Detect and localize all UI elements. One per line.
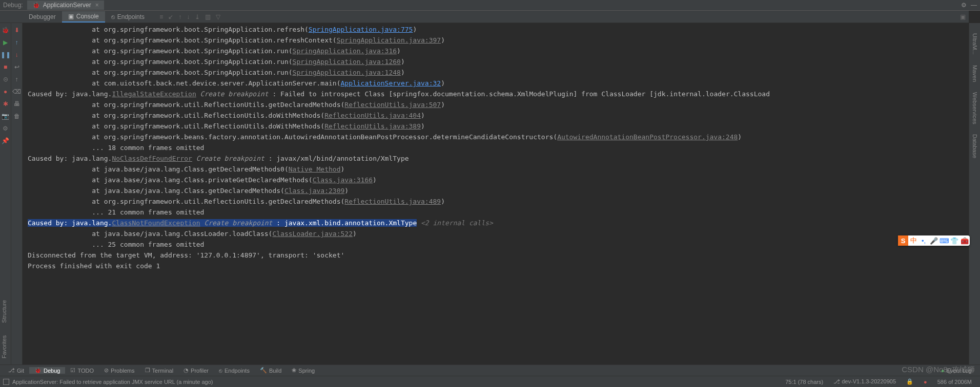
console-icon: ▣	[68, 13, 74, 20]
up2-icon[interactable]: ↑	[15, 76, 18, 83]
stack-link[interactable]: AutowiredAnnotationBeanPostProcessor.jav…	[557, 133, 738, 141]
ime-voice-icon[interactable]: 🎤	[929, 235, 939, 246]
tool-maven[interactable]: Maven	[972, 65, 978, 82]
tool-ultra[interactable]: UltraM...	[972, 33, 978, 55]
console-toolbar: ≡ ↙ ↑ ↓ ⤓ ▥ ▽	[157, 13, 223, 20]
memory-indicator[interactable]: 586 of 2006M	[937, 379, 972, 385]
create-breakpoint-link[interactable]: Create breakpoint	[192, 155, 269, 162]
stack-link[interactable]: ReflectionUtils.java:489	[344, 198, 441, 205]
pin-icon[interactable]: 📌	[2, 137, 9, 144]
console-line: at java.base/java.lang.Class.getDeclared…	[28, 164, 969, 175]
export-icon[interactable]: ⤓	[195, 13, 200, 20]
resume-icon[interactable]: ▶	[3, 39, 8, 46]
ime-skin-icon[interactable]: 👕	[949, 235, 959, 246]
git-icon: ⎇	[8, 367, 15, 374]
console-line: Caused by: java.lang.NoClassDefFoundErro…	[28, 153, 969, 164]
console-line: at org.springframework.util.ReflectionUt…	[28, 110, 969, 121]
sogou-logo-icon[interactable]: S	[898, 235, 908, 246]
tab-endpoints[interactable]: ⎋Endpoints	[105, 12, 151, 22]
exception-bp-icon[interactable]: ✱	[3, 100, 8, 107]
create-breakpoint-link[interactable]: Create breakpoint	[200, 219, 277, 227]
show-details-icon[interactable]: ▣	[960, 13, 966, 20]
arrow-up-icon[interactable]: ↑	[178, 13, 181, 20]
stack-link[interactable]: Native Method	[289, 165, 341, 173]
pause-icon[interactable]: ❚❚	[1, 51, 11, 58]
arrow-down-icon[interactable]: ↓	[187, 13, 190, 20]
ime-toolbar[interactable]: S 中 •, 🎤 ⌨ 👕 🧰	[898, 235, 970, 246]
bug-icon: 🐞	[34, 367, 42, 374]
indicator-icon[interactable]: ●	[924, 379, 927, 385]
debug-config-tab[interactable]: 🐞 ApplicationServer ×	[27, 1, 104, 10]
trash-icon[interactable]: 🗑	[14, 113, 20, 120]
tool-todo[interactable]: ☑TODO	[65, 367, 99, 374]
ime-keyboard-icon[interactable]: ⌨	[939, 235, 949, 246]
tool-problems[interactable]: ⊘Problems	[99, 367, 139, 374]
tab-console[interactable]: ▣Console	[62, 11, 105, 23]
tool-debug[interactable]: 🐞Debug	[29, 367, 65, 374]
settings-icon[interactable]: ⚙	[3, 125, 8, 132]
console-line: Caused by: java.lang.IllegalStateExcepti…	[28, 89, 969, 99]
ime-language[interactable]: 中	[908, 235, 918, 246]
clear-icon[interactable]: ⌫	[12, 88, 21, 95]
stack-link[interactable]: ClassLoader.java:522	[272, 230, 353, 238]
console-line: at java.base/java.lang.Class.getDeclared…	[28, 185, 969, 196]
soft-wrap-icon[interactable]: ↩	[14, 63, 19, 71]
view-breakpoints-icon[interactable]: ⊝	[3, 76, 8, 83]
ime-punct-icon[interactable]: •,	[918, 235, 929, 246]
lock-icon[interactable]: 🔒	[906, 378, 913, 385]
exception-link[interactable]: NoClassDefFoundError	[112, 155, 192, 162]
tool-favorites[interactable]: Favorites	[1, 335, 7, 358]
stack-link[interactable]: SpringApplication.java:775	[309, 26, 413, 33]
mute-breakpoints-icon[interactable]: ●	[4, 88, 7, 95]
terminal-icon: ❐	[145, 367, 150, 374]
gear-icon[interactable]: ⚙	[961, 2, 967, 9]
stack-link[interactable]: SpringApplication.java:316	[293, 47, 397, 55]
down-stack-icon[interactable]: ↓	[15, 51, 18, 58]
stack-link[interactable]: SpringApplication.java:1248	[293, 69, 401, 76]
tool-window-toggle-icon[interactable]	[3, 379, 9, 385]
debug-panel-tabs: Debugger ▣Console ⎋Endpoints ≡ ↙ ↑ ↓ ⤓ ▥…	[0, 11, 969, 23]
close-icon[interactable]: ×	[95, 2, 99, 9]
tool-profiler[interactable]: ◔Profiler	[178, 367, 214, 374]
minimize-icon[interactable]: —	[971, 2, 977, 9]
tool-structure[interactable]: Structure	[1, 300, 7, 323]
tool-terminal[interactable]: ❐Terminal	[140, 367, 179, 374]
console-line: at java.base/java.lang.Class.privateGetD…	[28, 175, 969, 185]
stack-link[interactable]: ReflectionUtils.java:404	[324, 112, 421, 119]
tool-database[interactable]: Database	[972, 134, 978, 158]
cursor-position[interactable]: 75:1 (78 chars)	[785, 379, 823, 385]
filter2-icon[interactable]: ▽	[216, 13, 220, 20]
internal-calls: <2 internal calls>	[417, 219, 493, 227]
print-icon[interactable]: 🖶	[14, 100, 20, 107]
filter-icon[interactable]: ≡	[159, 13, 163, 20]
stop-icon[interactable]: ■	[4, 63, 7, 71]
stack-link[interactable]: Class.java:2309	[284, 187, 344, 195]
exception-link[interactable]: IllegalStateException	[112, 90, 196, 98]
tool-build[interactable]: 🔨Build	[255, 367, 287, 374]
console-line: at org.springframework.util.ReflectionUt…	[28, 99, 969, 110]
stack-link[interactable]: SpringApplication.java:1260	[293, 58, 401, 66]
rerun-icon[interactable]: 🐞	[2, 27, 9, 34]
git-branch[interactable]: ⎇ dev-V1.1.3-20220905	[833, 378, 896, 385]
stack-link[interactable]: ReflectionUtils.java:507	[344, 101, 441, 109]
problems-icon: ⊘	[104, 367, 109, 374]
camera-icon[interactable]: 📷	[2, 113, 9, 120]
stack-link[interactable]: ReflectionUtils.java:389	[324, 122, 421, 130]
console-output[interactable]: at org.springframework.boot.SpringApplic…	[23, 23, 969, 364]
layout-icon[interactable]: ▥	[205, 13, 211, 20]
scroll-end-icon[interactable]: ⬇	[14, 27, 19, 34]
arrow-left-icon[interactable]: ↙	[168, 13, 173, 20]
exception-link[interactable]: ClassNotFoundException	[112, 219, 200, 227]
stack-link[interactable]: ApplicationServer.java:32	[340, 79, 441, 87]
tab-debugger[interactable]: Debugger	[23, 12, 62, 22]
tool-endpoints[interactable]: ⎋Endpoints	[214, 368, 255, 374]
stack-link[interactable]: Class.java:3166	[313, 176, 373, 184]
up-stack-icon[interactable]: ↑	[15, 39, 18, 46]
tab-title: ApplicationServer	[43, 2, 91, 9]
stack-link[interactable]: SpringApplication.java:397	[337, 36, 441, 44]
create-breakpoint-link[interactable]: Create breakpoint	[196, 90, 273, 98]
ime-toolbox-icon[interactable]: 🧰	[959, 235, 970, 246]
tool-webservices[interactable]: Webservices	[972, 92, 978, 124]
tool-git[interactable]: ⎇Git	[3, 367, 29, 374]
tool-spring[interactable]: ❀Spring	[287, 367, 320, 374]
